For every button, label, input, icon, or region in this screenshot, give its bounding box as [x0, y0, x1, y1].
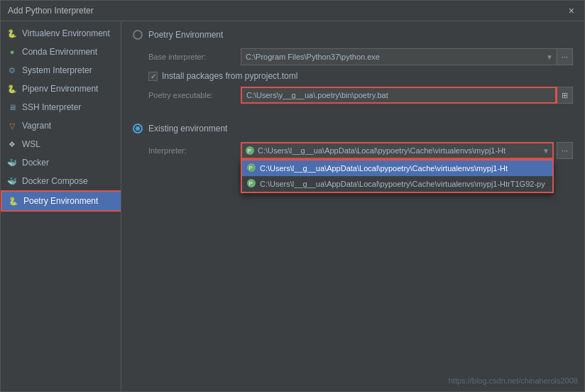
sidebar-item-pipenv[interactable]: 🐍 Pipenv Environment — [1, 80, 121, 98]
close-button[interactable]: × — [566, 5, 577, 16]
sidebar-item-label: SSH Interpreter — [22, 102, 81, 112]
dialog-title: Add Python Interpreter — [8, 6, 94, 16]
option-1-icon: P — [246, 163, 256, 175]
sidebar-item-label: Vagrant — [22, 121, 51, 131]
option-2-text: C:\Users\l__g__ua\AppData\Local\pypoetry… — [260, 180, 545, 188]
vagrant-icon: ▽ — [6, 120, 18, 131]
new-env-label: Poetry Environment — [148, 30, 223, 40]
docker-compose-icon: 🐳 — [6, 175, 18, 187]
interpreter-dropdown-arrow: ▼ — [542, 147, 550, 155]
option-1-text: C:\Users\l__g__ua\AppData\Local\pypoetry… — [260, 164, 508, 173]
title-bar: Add Python Interpreter × — [1, 1, 584, 21]
main-content: Poetry Environment Base interpreter: C:\… — [121, 21, 584, 391]
svg-text:P: P — [248, 148, 251, 154]
sidebar-item-label: Docker — [22, 158, 49, 168]
new-env-radio[interactable] — [133, 30, 143, 40]
interpreter-py-icon: P — [245, 146, 255, 156]
interpreter-selected-value: C:\Users\l__g__ua\AppData\Local\pypoetry… — [258, 146, 540, 155]
interpreter-row: Interpreter: P C:\Users\l__g__ua\AppData… — [148, 142, 573, 159]
interpreter-dropdown-container: P C:\Users\l__g__ua\AppData\Local\pypoet… — [241, 142, 554, 159]
docker-icon: 🐳 — [6, 157, 18, 168]
interpreter-dropdown-wrapper: P C:\Users\l__g__ua\AppData\Local\pypoet… — [241, 142, 554, 159]
sidebar-item-label: Virtualenv Environment — [22, 28, 110, 38]
interpreter-browse-btn[interactable]: ··· — [557, 142, 573, 159]
base-interpreter-row: Base interpreter: C:\Program Files\Pytho… — [148, 48, 573, 65]
interpreter-option-2[interactable]: P C:\Users\l__g__ua\AppData\Local\pypoet… — [242, 176, 552, 192]
interpreter-option-1[interactable]: P C:\Users\l__g__ua\AppData\Local\pypoet… — [242, 160, 552, 176]
install-packages-label: Install packages from pyproject.toml — [162, 71, 297, 81]
ssh-icon: 🖥 — [6, 102, 18, 113]
sidebar-item-label: System Interpreter — [22, 65, 92, 75]
sidebar-item-vagrant[interactable]: ▽ Vagrant — [1, 116, 121, 135]
sidebar-item-wsl[interactable]: ❖ WSL — [1, 135, 121, 153]
sidebar: 🐍 Virtualenv Environment ● Conda Environ… — [1, 21, 121, 391]
section-divider — [133, 111, 573, 116]
sidebar-item-ssh[interactable]: 🖥 SSH Interpreter — [1, 98, 121, 116]
poetry-executable-browse-btn[interactable]: ⊞ — [557, 87, 573, 104]
conda-icon: ● — [6, 46, 18, 58]
base-interpreter-browse-btn[interactable]: ··· — [557, 48, 573, 65]
sidebar-item-label: Pipenv Environment — [22, 84, 98, 94]
wsl-icon: ❖ — [6, 138, 18, 150]
base-interpreter-select[interactable]: C:\Program Files\Python37\python.exe — [241, 48, 557, 65]
option-2-icon: P — [246, 178, 256, 190]
sidebar-item-conda[interactable]: ● Conda Environment — [1, 43, 121, 61]
poetry-executable-label: Poetry executable: — [148, 91, 241, 99]
sidebar-item-docker-compose[interactable]: 🐳 Docker Compose — [1, 172, 121, 190]
install-packages-row: Install packages from pyproject.toml — [148, 71, 573, 81]
sidebar-item-system[interactable]: ⚙ System Interpreter — [1, 61, 121, 80]
install-packages-checkbox[interactable] — [148, 72, 158, 81]
base-interpreter-label: Base interpreter: — [148, 53, 241, 61]
existing-env-section-header: Existing environment — [133, 124, 573, 134]
dialog: Add Python Interpreter × 🐍 Virtualenv En… — [0, 0, 585, 392]
interpreter-dropdown-display[interactable]: P C:\Users\l__g__ua\AppData\Local\pypoet… — [241, 142, 554, 159]
sidebar-item-label: Docker Compose — [22, 176, 88, 186]
interpreter-dropdown-list: P C:\Users\l__g__ua\AppData\Local\pypoet… — [241, 159, 554, 193]
virtualenv-icon: 🐍 — [6, 28, 18, 39]
new-env-section-header: Poetry Environment — [133, 30, 573, 40]
existing-env-label: Existing environment — [148, 124, 227, 134]
poetry-executable-input-group: ⊞ — [241, 87, 573, 104]
pipenv-icon: 🐍 — [6, 83, 18, 94]
svg-text:P: P — [249, 165, 253, 171]
poetry-executable-input[interactable] — [241, 87, 557, 104]
interpreter-label: Interpreter: — [148, 146, 241, 155]
sidebar-item-poetry[interactable]: 🐍 Poetry Environment — [1, 190, 121, 212]
sidebar-item-docker[interactable]: 🐳 Docker — [1, 153, 121, 172]
base-interpreter-input-group: C:\Program Files\Python37\python.exe ▼ ·… — [241, 48, 573, 65]
dialog-body: 🐍 Virtualenv Environment ● Conda Environ… — [1, 21, 584, 391]
interpreter-input-group: P C:\Users\l__g__ua\AppData\Local\pypoet… — [241, 142, 573, 159]
sidebar-item-virtualenv[interactable]: 🐍 Virtualenv Environment — [1, 24, 121, 43]
sidebar-item-label: WSL — [22, 139, 40, 149]
watermark: https://blog.csdn.net/chinaherols2008 — [449, 376, 578, 385]
system-icon: ⚙ — [6, 65, 18, 76]
sidebar-item-label: Conda Environment — [22, 47, 97, 57]
svg-text:P: P — [249, 180, 253, 187]
poetry-icon: 🐍 — [8, 195, 19, 207]
base-interpreter-dropdown-container: C:\Program Files\Python37\python.exe ▼ — [241, 48, 557, 65]
existing-env-radio[interactable] — [133, 124, 143, 134]
sidebar-item-label: Poetry Environment — [23, 196, 98, 206]
poetry-executable-row: Poetry executable: ⊞ — [148, 87, 573, 104]
